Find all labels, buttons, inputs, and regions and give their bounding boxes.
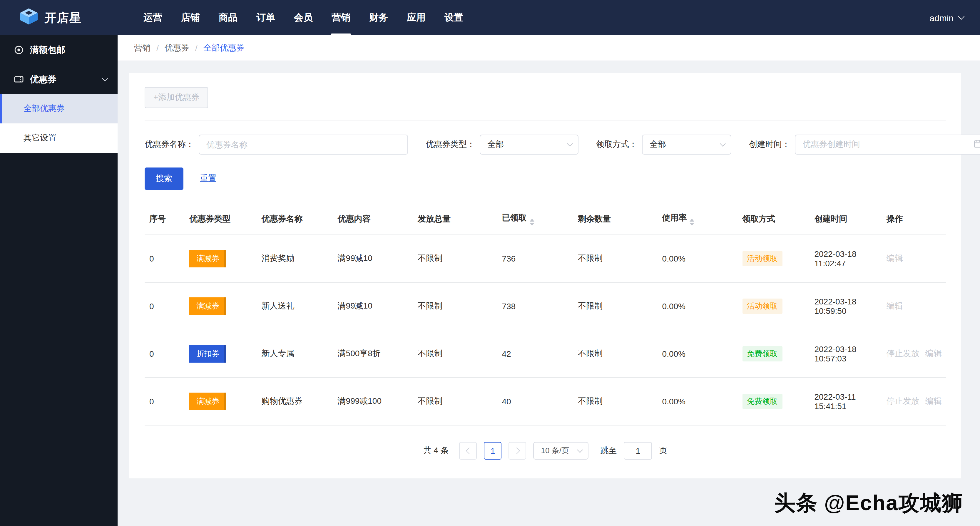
breadcrumb-item-marketing[interactable]: 营销: [134, 43, 151, 53]
nav-item-settings[interactable]: 设置: [435, 0, 473, 35]
th-usage-rate-label: 使用率: [662, 213, 687, 222]
add-coupon-button[interactable]: +添加优惠券: [145, 87, 208, 108]
filter-create-time: 创建时间： 优惠券创建时间: [749, 135, 980, 154]
coupon-type-value: 全部: [487, 139, 504, 150]
sidebar-subitem-other-settings[interactable]: 其它设置: [0, 124, 118, 153]
nav-item-marketing[interactable]: 营销: [322, 0, 360, 35]
claim-mode-pill: 免费领取: [742, 394, 782, 409]
reset-button[interactable]: 重置: [200, 173, 216, 184]
cell-actions: 停止发放编辑: [882, 330, 946, 378]
row-action[interactable]: 编辑: [925, 348, 942, 358]
table-header-row: 序号 优惠券类型 优惠券名称 优惠内容 发放总量 已领取 剩余数量 使用率 领取…: [145, 205, 946, 235]
cell-remain: 不限制: [573, 282, 657, 330]
filter-claim-mode: 领取方式： 全部: [596, 135, 731, 154]
user-menu[interactable]: admin: [929, 13, 980, 22]
cell-total: 不限制: [413, 330, 497, 378]
row-action[interactable]: 编辑: [925, 396, 942, 405]
cell-name: 消费奖励: [257, 235, 333, 282]
th-remaining: 剩余数量: [573, 205, 657, 235]
nav-item-goods[interactable]: 商品: [209, 0, 247, 35]
jump-page-input[interactable]: [624, 442, 652, 459]
th-index: 序号: [145, 205, 185, 235]
prev-page-button[interactable]: [460, 442, 477, 459]
row-action[interactable]: 编辑: [886, 253, 903, 263]
chevron-down-icon: [577, 447, 583, 453]
cell-remain: 不限制: [573, 330, 657, 378]
next-page-button[interactable]: [509, 442, 527, 459]
cell-remain: 不限制: [573, 235, 657, 282]
cell-content: 满500享8折: [333, 330, 413, 378]
table-row: 0 满减券 新人送礼 满99减10 不限制 738 不限制 0.00% 活动领取…: [145, 282, 946, 330]
filter-coupon-name: 优惠券名称：: [145, 135, 408, 154]
cell-mode: 免费领取: [738, 330, 810, 378]
claim-mode-pill: 免费领取: [742, 346, 782, 361]
coupon-type-select[interactable]: 全部: [480, 135, 579, 154]
th-claim-mode: 领取方式: [738, 205, 810, 235]
th-coupon-name: 优惠券名称: [257, 205, 333, 235]
page-button-1[interactable]: 1: [484, 442, 502, 459]
breadcrumb-separator: /: [156, 43, 159, 52]
logo-text: 开店星: [45, 10, 82, 25]
coupon-type-badge: 满减券: [189, 250, 226, 267]
app: 开店星 运营 店铺 商品 订单 会员 营销 财务 应用 设置 admin 满额包…: [0, 0, 980, 526]
sort-usage-rate-icon[interactable]: [690, 219, 695, 226]
chevron-right-icon: [513, 448, 520, 454]
nav-item-orders[interactable]: 订单: [247, 0, 285, 35]
sidebar-subitem-all-coupons[interactable]: 全部优惠券: [0, 94, 118, 124]
breadcrumb-item-coupons[interactable]: 优惠券: [165, 43, 189, 53]
page-size-select[interactable]: 10 条/页: [533, 442, 589, 459]
watermark: 头条 @Echa攻城狮: [774, 489, 964, 518]
pagination: 共 4 条 1 10 条/页 跳至 页: [145, 426, 946, 472]
jump-suffix: 页: [659, 445, 668, 456]
cell-content: 满99减10: [333, 235, 413, 282]
cell-usage: 0.00%: [657, 330, 738, 378]
main-content: 营销 / 优惠券 / 全部优惠券 +添加优惠券 优惠券名称： 优惠券类型： 全部: [118, 35, 980, 526]
nav-item-store[interactable]: 店铺: [172, 0, 209, 35]
cell-mode: 活动领取: [738, 282, 810, 330]
th-coupon-content: 优惠内容: [333, 205, 413, 235]
create-time-input[interactable]: 优惠券创建时间: [795, 135, 980, 154]
cell-content: 满999减100: [333, 378, 413, 425]
nav-item-apps[interactable]: 应用: [398, 0, 435, 35]
create-time-label: 创建时间：: [749, 139, 790, 150]
sort-claimed-icon[interactable]: [530, 219, 534, 226]
breadcrumb: 营销 / 优惠券 / 全部优惠券: [118, 35, 980, 61]
cell-actions: 编辑: [882, 235, 946, 282]
cell-total: 不限制: [413, 235, 497, 282]
chevron-down-icon: [567, 140, 573, 146]
th-claimed-label: 已领取: [502, 213, 527, 222]
sidebar-item-label: 满额包邮: [30, 44, 65, 56]
cell-claimed: 736: [497, 235, 573, 282]
cell-remain: 不限制: [573, 378, 657, 425]
table-row: 0 折扣券 新人专属 满500享8折 不限制 42 不限制 0.00% 免费领取…: [145, 330, 946, 378]
search-button[interactable]: 搜索: [145, 167, 183, 190]
cell-type: 折扣券: [185, 330, 257, 378]
sidebar-item-label: 优惠券: [30, 74, 56, 85]
claim-mode-label: 领取方式：: [596, 139, 637, 150]
row-action[interactable]: 编辑: [886, 301, 903, 310]
main-nav: 运营 店铺 商品 订单 会员 营销 财务 应用 设置: [134, 0, 473, 35]
th-actions: 操作: [882, 205, 946, 235]
sidebar-item-free-shipping[interactable]: 满额包邮: [0, 35, 118, 65]
claim-mode-pill: 活动领取: [742, 251, 782, 266]
coupon-name-input[interactable]: [199, 135, 408, 154]
row-action[interactable]: 停止发放: [886, 396, 920, 405]
row-action[interactable]: 停止发放: [886, 348, 920, 358]
cell-name: 新人送礼: [257, 282, 333, 330]
app-logo[interactable]: 开店星: [0, 8, 118, 28]
cell-claimed: 42: [497, 330, 573, 378]
sidebar-item-coupons[interactable]: 优惠券: [0, 65, 118, 94]
th-total-issued: 发放总量: [413, 205, 497, 235]
free-shipping-icon: [14, 45, 24, 55]
nav-item-finance[interactable]: 财务: [360, 0, 398, 35]
table-row: 0 满减券 消费奖励 满99减10 不限制 736 不限制 0.00% 活动领取…: [145, 235, 946, 282]
chevron-left-icon: [466, 448, 473, 454]
cell-index: 0: [145, 282, 185, 330]
claim-mode-select[interactable]: 全部: [642, 135, 731, 154]
coupon-type-label: 优惠券类型：: [426, 139, 475, 150]
claim-mode-pill: 活动领取: [742, 299, 782, 314]
cell-created: 2022-03-11 15:41:51: [810, 378, 881, 425]
nav-item-operations[interactable]: 运营: [134, 0, 172, 35]
coupon-name-label: 优惠券名称：: [145, 139, 194, 150]
nav-item-members[interactable]: 会员: [285, 0, 322, 35]
